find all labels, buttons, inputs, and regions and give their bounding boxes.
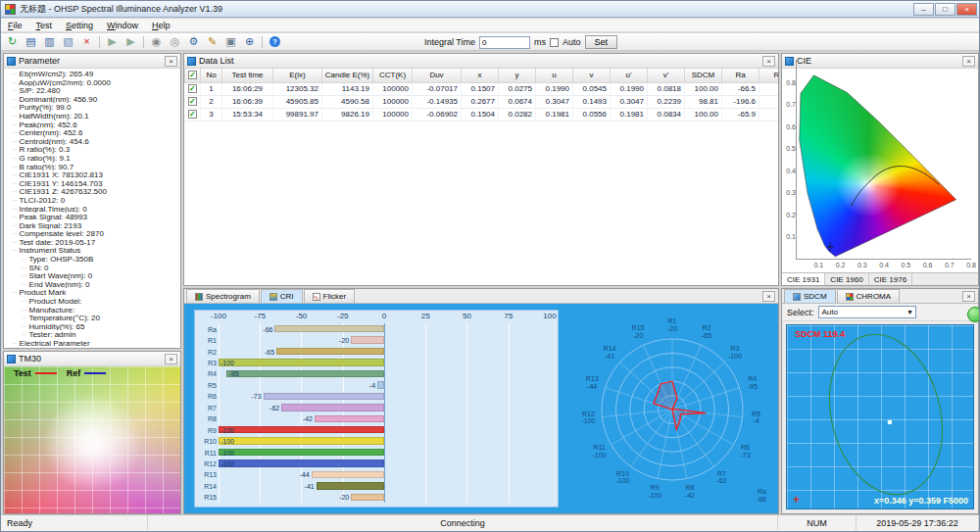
column-header[interactable]: Test time xyxy=(222,69,273,82)
settings-icon[interactable]: ⚙ xyxy=(184,34,203,50)
parameter-item[interactable]: TLCI-2012: 0 xyxy=(4,196,180,205)
row-checkbox[interactable]: ✓ xyxy=(185,108,201,121)
parameter-item[interactable]: Temperature(°C): 20 xyxy=(4,314,180,322)
parameter-item[interactable]: End Wave(nm): 0 xyxy=(4,280,180,289)
parameter-item[interactable]: CIE1931 Z: 4267632.500 xyxy=(4,187,180,196)
cie-tab-cie-1931[interactable]: CIE 1931 xyxy=(782,273,825,285)
save-as-icon[interactable]: ▥ xyxy=(40,34,59,50)
tab-spectrogram[interactable]: Spectrogram xyxy=(186,289,260,303)
parameter-item[interactable]: S/P: 22.480 xyxy=(4,86,180,95)
parameter-item[interactable]: HalfWidth(nm): 20.1 xyxy=(4,112,180,121)
print-icon[interactable]: ▣ xyxy=(221,34,240,50)
column-header[interactable]: R9 xyxy=(760,69,779,82)
sdcm-close-icon[interactable]: × xyxy=(962,291,975,302)
floating-widget[interactable] xyxy=(967,307,980,322)
toolbar: ↻▤▥▧×▶▶◉◎⚙✎▣⊕? Integral Time ms Auto Set xyxy=(1,33,979,51)
row-checkbox[interactable]: ✓ xyxy=(185,95,201,108)
parameter-item[interactable]: Humidity(%): 65 xyxy=(4,322,180,331)
column-header[interactable]: CCT(K) xyxy=(373,69,413,82)
save-icon[interactable]: ▤ xyxy=(22,34,40,50)
parameter-item[interactable]: Aop(uW/(cm2/nm): 0.0000 xyxy=(4,78,180,87)
parameter-item[interactable]: Peak Signal: 48993 xyxy=(4,213,180,221)
run-icon[interactable]: ▶ xyxy=(103,34,122,50)
tm30-close-icon[interactable]: × xyxy=(165,354,177,364)
parameter-item[interactable]: CIE1931 X: 781302.813 xyxy=(4,170,180,179)
dark-calibration-icon[interactable]: ◉ xyxy=(147,34,166,50)
parameter-item[interactable]: B ratio(%): 90.7 xyxy=(4,163,180,171)
integral-time-input[interactable] xyxy=(479,36,530,49)
table-row[interactable]: ✓116:06:2912305.321143.19100000-0.070170… xyxy=(185,82,779,95)
parameter-item[interactable]: Type: OHSP-350B xyxy=(4,255,180,264)
tab-chroma[interactable]: CHROMA xyxy=(837,289,901,303)
column-header[interactable]: No xyxy=(201,69,222,82)
tab-sdcm[interactable]: SDCM xyxy=(784,289,836,303)
column-header[interactable]: Ra xyxy=(722,69,760,82)
column-header[interactable]: v xyxy=(573,69,611,82)
parameter-item[interactable]: Eb(mW/cm2): 265.49 xyxy=(4,70,180,78)
column-header[interactable]: y xyxy=(499,69,536,82)
parameter-item[interactable]: Dominant(nm): 456.90 xyxy=(4,95,180,104)
parameter-item[interactable]: Product Model: xyxy=(4,297,180,306)
tab-flicker[interactable]: ∿Flicker xyxy=(304,289,356,303)
menu-test[interactable]: Test xyxy=(29,19,60,32)
table-row[interactable]: ✓315:53:3499891.979826.19100000-0.069020… xyxy=(185,108,779,121)
tab-cri[interactable]: CRI xyxy=(261,289,303,303)
select-all-checkbox[interactable]: ✓ xyxy=(185,69,201,82)
parameter-item[interactable]: Center(nm): 452.6 xyxy=(4,128,180,137)
auto-checkbox[interactable] xyxy=(550,38,559,47)
column-header[interactable]: v' xyxy=(648,69,685,82)
zoom-icon[interactable]: ⊕ xyxy=(240,34,259,50)
parameter-item[interactable]: Test date: 2019-05-17 xyxy=(4,238,180,247)
parameter-item[interactable]: Instrument Status xyxy=(4,246,180,255)
light-calibration-icon[interactable]: ◎ xyxy=(166,34,184,50)
cie-tab-cie-1960[interactable]: CIE 1960 xyxy=(825,273,868,285)
sdcm-select-dropdown[interactable]: Auto ▾ xyxy=(818,306,916,318)
parameter-item[interactable]: Centroid(nm): 454.6 xyxy=(4,137,180,146)
parameter-item[interactable]: Peak(nm): 452.6 xyxy=(4,121,180,129)
parameter-close-icon[interactable]: × xyxy=(165,56,177,67)
export-icon[interactable]: ▧ xyxy=(59,34,77,50)
column-header[interactable]: x xyxy=(462,69,499,82)
table-row[interactable]: ✓216:06:3945905.854590.58100000-0.149350… xyxy=(185,95,779,108)
parameter-item[interactable]: R ratio(%): 0.3 xyxy=(4,145,180,154)
parameter-item[interactable]: G ratio(%): 9.1 xyxy=(4,154,180,163)
close-button[interactable]: × xyxy=(956,3,977,16)
row-checkbox[interactable]: ✓ xyxy=(185,82,201,95)
minimize-button[interactable]: – xyxy=(913,3,934,16)
maximize-button[interactable]: □ xyxy=(935,3,956,16)
menu-window[interactable]: Window xyxy=(100,19,145,32)
parameter-item[interactable]: SN: 0 xyxy=(4,264,180,272)
column-header[interactable]: u' xyxy=(611,69,648,82)
parameter-item[interactable]: Manufacture: xyxy=(4,306,180,314)
bar xyxy=(351,494,384,501)
set-button[interactable]: Set xyxy=(585,35,618,49)
column-header[interactable]: E(lx) xyxy=(273,69,322,82)
menu-help[interactable]: Help xyxy=(145,19,177,32)
parameter-item[interactable]: Electrical Parameter xyxy=(4,339,180,348)
data-list-close-icon[interactable]: × xyxy=(762,56,775,67)
parameter-item[interactable]: Integral.Time(us): 0 xyxy=(4,205,180,214)
refresh-icon[interactable]: ↻ xyxy=(3,34,22,50)
parameter-item[interactable]: Start Wave(nm): 0 xyxy=(4,271,180,280)
cell: 16:06:39 xyxy=(222,95,273,108)
parameter-item[interactable]: CIE1931 Y: 146154.703 xyxy=(4,179,180,188)
cie-tab-cie-1976[interactable]: CIE 1976 xyxy=(869,273,912,285)
run-continuous-icon[interactable]: ▶ xyxy=(122,34,140,50)
column-header[interactable]: SDCM xyxy=(685,69,722,82)
parameter-item[interactable]: Dark Signal: 2193 xyxy=(4,221,180,230)
parameter-item[interactable]: Purity(%): 99.0 xyxy=(4,103,180,112)
menu-file[interactable]: File xyxy=(1,19,29,32)
delete-icon[interactable]: × xyxy=(77,34,96,50)
parameter-item[interactable]: Tester: admin xyxy=(4,330,180,339)
spectro-close-icon[interactable]: × xyxy=(762,291,775,302)
parameter-item[interactable]: Product Mark xyxy=(4,288,180,297)
column-header[interactable]: Candle E(%) xyxy=(322,69,373,82)
column-header[interactable]: Duv xyxy=(413,69,462,82)
parameter-item[interactable]: Compensate level: 2870 xyxy=(4,229,180,238)
axis-tick-label: 50 xyxy=(463,312,471,320)
menu-setting[interactable]: Setting xyxy=(59,19,100,32)
edit-icon[interactable]: ✎ xyxy=(203,34,221,50)
help-icon[interactable]: ? xyxy=(266,34,284,50)
column-header[interactable]: u xyxy=(536,69,573,82)
radar-ra-label: Ra-66 xyxy=(757,488,766,503)
